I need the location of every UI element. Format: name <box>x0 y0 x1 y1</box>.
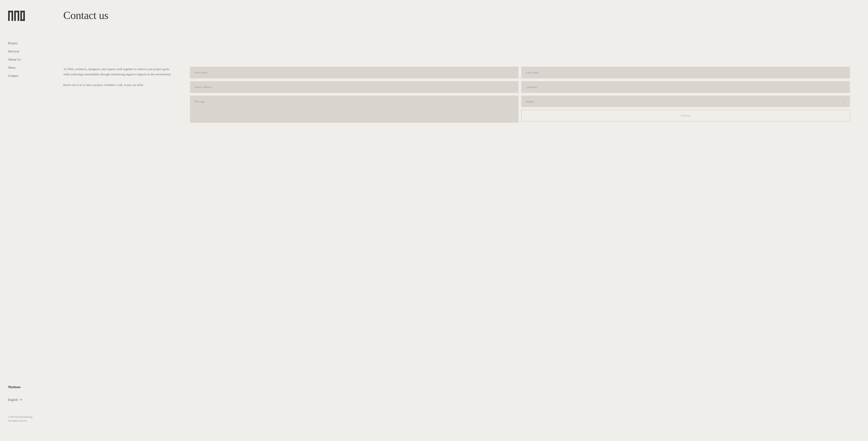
content-area: At NND, architects, designers, and exper… <box>63 67 850 124</box>
inquiry-select[interactable]: Inquiry Project General Consultation <box>521 96 850 107</box>
svg-rect-2 <box>11 11 13 21</box>
sidebar-bottom: Matinno English French Arabic ©2021NewNo… <box>8 385 37 432</box>
copyright-line2: All rights reserved. <box>8 419 27 422</box>
contact-form: Inquiry Project General Consultation ⌄ S… <box>190 67 850 124</box>
copyright-line1: ©2021NewNormDesign <box>8 415 33 418</box>
page-title: Contact us <box>63 9 850 22</box>
language-selector[interactable]: English French Arabic <box>8 398 37 402</box>
main-content: Contact us At NND, architects, designers… <box>45 0 868 441</box>
sidebar-item-services[interactable]: Services <box>8 50 37 53</box>
sidebar-item-contact[interactable]: Contact <box>8 74 37 78</box>
nav-links: Project Services About Us News Contact <box>8 41 37 385</box>
sidebar: Project Services About Us News Contact M… <box>0 0 45 441</box>
first-name-input[interactable] <box>190 67 519 78</box>
description-paragraph-2: Reach out to us to start a project, sche… <box>63 83 176 88</box>
description-area: At NND, architects, designers, and exper… <box>63 67 176 93</box>
description-paragraph-1: At NND, architects, designers, and exper… <box>63 67 176 77</box>
brand-label: Matinno <box>8 385 37 389</box>
submit-button[interactable]: Submit <box>521 110 850 121</box>
svg-rect-5 <box>18 11 19 21</box>
inquiry-select-wrapper: Inquiry Project General Consultation ⌄ <box>521 96 850 107</box>
copyright: ©2021NewNormDesign All rights reserved. <box>8 415 37 423</box>
sidebar-item-news[interactable]: News <box>8 66 37 70</box>
language-select[interactable]: English French Arabic <box>8 398 18 402</box>
sidebar-item-project[interactable]: Project <box>8 41 37 45</box>
last-name-input[interactable] <box>521 67 850 78</box>
svg-rect-9 <box>23 11 25 21</box>
message-textarea[interactable] <box>190 96 519 123</box>
company-input[interactable] <box>521 81 850 93</box>
logo[interactable] <box>8 9 37 24</box>
chevron-down-icon <box>20 399 22 401</box>
email-input[interactable] <box>190 81 519 93</box>
sidebar-item-about-us[interactable]: About Us <box>8 58 37 61</box>
